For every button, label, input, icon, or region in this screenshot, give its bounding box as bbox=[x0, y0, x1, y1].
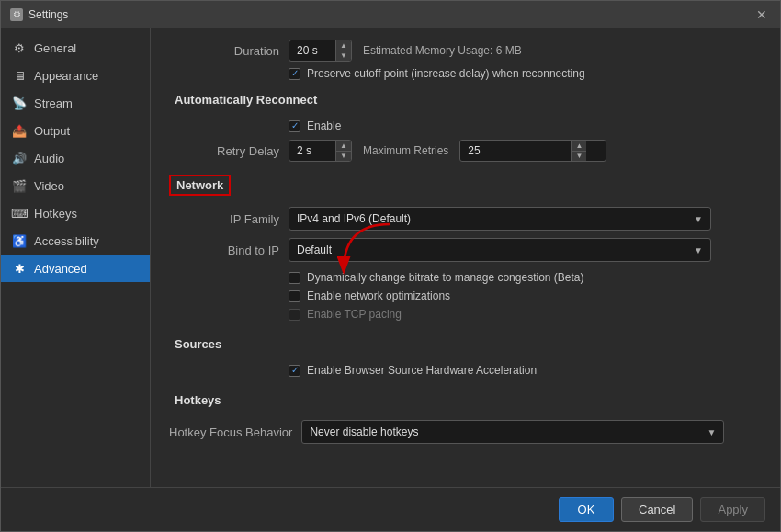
sidebar-item-video[interactable]: 🎬 Video bbox=[1, 172, 150, 199]
hotkeys-icon: ⌨ bbox=[12, 206, 27, 221]
sidebar-item-general[interactable]: ⚙ General bbox=[1, 34, 150, 62]
sidebar-label-audio: Audio bbox=[34, 152, 64, 165]
auto-reconnect-title: Automatically Reconnect bbox=[169, 91, 323, 108]
retry-row: Retry Delay 2 s ▲ ▼ Maximum Retries 25 ▲ bbox=[169, 140, 762, 162]
network-title: Network bbox=[169, 175, 231, 196]
browser-accel-checkbox[interactable] bbox=[289, 365, 300, 377]
enable-label: Enable bbox=[307, 119, 341, 132]
bind-ip-value: Default bbox=[297, 243, 332, 256]
ip-family-arrow-icon: ▼ bbox=[694, 214, 703, 224]
sidebar-label-video: Video bbox=[34, 179, 64, 193]
bind-ip-row: Bind to IP Default ▼ bbox=[169, 238, 762, 262]
hotkey-focus-arrow-icon: ▼ bbox=[707, 427, 717, 437]
output-icon: 📤 bbox=[12, 123, 27, 138]
sidebar-label-hotkeys: Hotkeys bbox=[34, 207, 77, 221]
stream-icon: 📡 bbox=[12, 96, 27, 110]
auto-reconnect-header: Automatically Reconnect bbox=[169, 91, 762, 108]
title-bar: ⚙ Settings ✕ bbox=[1, 1, 780, 28]
sources-title: Sources bbox=[169, 335, 227, 353]
sidebar-item-hotkeys[interactable]: ⌨ Hotkeys bbox=[1, 199, 150, 227]
duration-spinner[interactable]: 20 s ▲ ▼ bbox=[289, 40, 352, 62]
preserve-row: Preserve cutoff point (increase delay) w… bbox=[289, 67, 762, 80]
sidebar-label-advanced: Advanced bbox=[34, 262, 87, 276]
sidebar-item-audio[interactable]: 🔊 Audio bbox=[1, 144, 150, 172]
enable-checkbox[interactable] bbox=[289, 120, 300, 132]
sidebar-label-stream: Stream bbox=[34, 96, 73, 110]
duration-value: 20 s bbox=[289, 44, 335, 57]
ip-family-label: IP Family bbox=[169, 212, 279, 226]
sidebar-label-appearance: Appearance bbox=[34, 69, 98, 83]
apply-button[interactable]: Apply bbox=[700, 497, 765, 522]
hotkeys-section: Hotkeys Hotkey Focus Behavior Never disa… bbox=[169, 391, 762, 444]
bind-ip-arrow-icon: ▼ bbox=[694, 245, 703, 255]
max-retries-label: Maximum Retries bbox=[363, 144, 448, 157]
network-opt-label: Enable network optimizations bbox=[307, 289, 450, 302]
cancel-button[interactable]: Cancel bbox=[621, 497, 693, 522]
hotkey-focus-value: Never disable hotkeys bbox=[310, 425, 418, 438]
retry-delay-decrement[interactable]: ▼ bbox=[336, 151, 351, 161]
hotkey-focus-row: Hotkey Focus Behavior Never disable hotk… bbox=[169, 420, 762, 444]
main-content: Duration 20 s ▲ ▼ Estimated Memory Usage… bbox=[151, 28, 780, 487]
ip-family-value: IPv4 and IPv6 (Default) bbox=[297, 212, 411, 225]
dynamic-bitrate-row: Dynamically change bitrate to manage con… bbox=[289, 271, 762, 284]
video-icon: 🎬 bbox=[12, 178, 27, 193]
accessibility-icon: ♿ bbox=[12, 233, 27, 248]
retry-delay-label: Retry Delay bbox=[169, 144, 279, 158]
dynamic-bitrate-label: Dynamically change bitrate to manage con… bbox=[307, 271, 584, 284]
sidebar-item-output[interactable]: 📤 Output bbox=[1, 117, 150, 144]
appearance-icon: 🖥 bbox=[12, 68, 27, 83]
enable-row: Enable bbox=[289, 119, 762, 132]
network-opt-checkbox[interactable] bbox=[289, 290, 300, 302]
main-inner: Duration 20 s ▲ ▼ Estimated Memory Usage… bbox=[151, 28, 780, 477]
bind-ip-label: Bind to IP bbox=[169, 243, 279, 257]
network-opt-row: Enable network optimizations bbox=[289, 289, 762, 302]
max-retries-increment[interactable]: ▲ bbox=[572, 141, 586, 151]
advanced-icon: ✱ bbox=[12, 261, 27, 276]
window-title: Settings bbox=[28, 8, 68, 21]
max-retries-value: 25 bbox=[460, 144, 571, 157]
sources-header: Sources bbox=[169, 335, 762, 353]
hotkey-focus-label: Hotkey Focus Behavior bbox=[169, 425, 292, 439]
audio-icon: 🔊 bbox=[12, 151, 27, 165]
sidebar-label-general: General bbox=[34, 41, 76, 55]
memory-usage-text: Estimated Memory Usage: 6 MB bbox=[363, 44, 522, 57]
hotkeys-title: Hotkeys bbox=[169, 391, 227, 409]
network-header: Network bbox=[169, 175, 762, 196]
general-icon: ⚙ bbox=[12, 40, 27, 55]
bottom-bar: OK Cancel Apply bbox=[1, 487, 780, 531]
duration-label: Duration bbox=[169, 44, 279, 58]
duration-decrement[interactable]: ▼ bbox=[336, 51, 351, 61]
retry-delay-value: 2 s bbox=[289, 144, 335, 157]
max-retries-decrement[interactable]: ▼ bbox=[572, 151, 586, 161]
sidebar-item-stream[interactable]: 📡 Stream bbox=[1, 89, 150, 117]
browser-accel-label: Enable Browser Source Hardware Accelerat… bbox=[307, 364, 537, 377]
retry-delay-spinner[interactable]: 2 s ▲ ▼ bbox=[289, 140, 352, 162]
tcp-pacing-label: Enable TCP pacing bbox=[307, 308, 402, 321]
preserve-label: Preserve cutoff point (increase delay) w… bbox=[307, 67, 585, 80]
tcp-pacing-row: Enable TCP pacing bbox=[289, 308, 762, 321]
content-area: ⚙ General 🖥 Appearance 📡 Stream 📤 Output… bbox=[1, 28, 780, 487]
duration-row: Duration 20 s ▲ ▼ Estimated Memory Usage… bbox=[169, 40, 762, 62]
sidebar-label-output: Output bbox=[34, 124, 70, 138]
hotkey-focus-dropdown[interactable]: Never disable hotkeys ▼ bbox=[301, 420, 724, 444]
ok-button[interactable]: OK bbox=[559, 497, 614, 522]
sidebar: ⚙ General 🖥 Appearance 📡 Stream 📤 Output… bbox=[1, 28, 151, 487]
retry-delay-btns: ▲ ▼ bbox=[335, 141, 351, 161]
tcp-pacing-checkbox[interactable] bbox=[289, 309, 300, 321]
duration-increment[interactable]: ▲ bbox=[336, 40, 351, 51]
title-bar-left: ⚙ Settings bbox=[10, 8, 68, 21]
app-icon: ⚙ bbox=[10, 8, 23, 21]
duration-spinner-btns: ▲ ▼ bbox=[335, 40, 351, 61]
sources-section: Sources Enable Browser Source Hardware A… bbox=[169, 335, 762, 377]
ip-family-dropdown[interactable]: IPv4 and IPv6 (Default) ▼ bbox=[289, 207, 711, 231]
sidebar-item-accessibility[interactable]: ♿ Accessibility bbox=[1, 227, 150, 255]
bind-ip-dropdown[interactable]: Default ▼ bbox=[289, 238, 711, 262]
close-button[interactable]: ✕ bbox=[753, 6, 771, 24]
dynamic-bitrate-checkbox[interactable] bbox=[289, 272, 300, 284]
preserve-checkbox[interactable] bbox=[289, 68, 300, 80]
retry-delay-increment[interactable]: ▲ bbox=[336, 141, 351, 151]
sidebar-item-appearance[interactable]: 🖥 Appearance bbox=[1, 62, 150, 89]
sidebar-item-advanced[interactable]: ✱ Advanced bbox=[1, 255, 150, 282]
network-section: Network IP Family IPv4 and IPv6 (Default… bbox=[169, 175, 762, 321]
max-retries-spinner[interactable]: 25 ▲ ▼ bbox=[459, 140, 606, 162]
